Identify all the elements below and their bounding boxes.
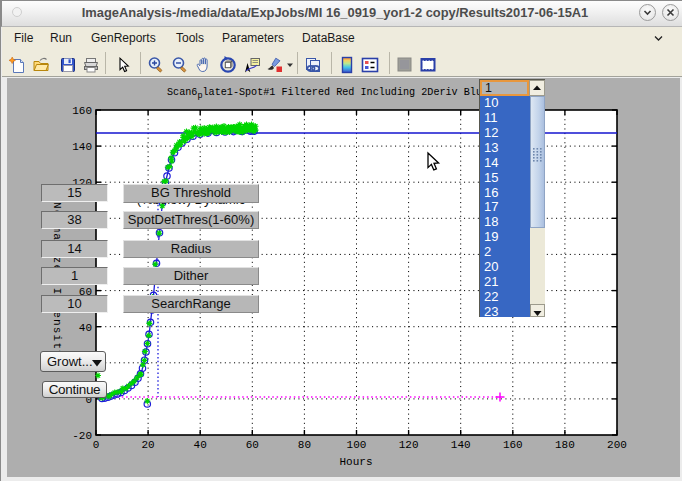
svg-text:180: 180 xyxy=(555,439,575,451)
svg-text:160: 160 xyxy=(72,105,92,117)
svg-text:160: 160 xyxy=(503,439,523,451)
svg-text:200: 200 xyxy=(607,439,627,451)
svg-text:120: 120 xyxy=(399,439,419,451)
svg-text:140: 140 xyxy=(451,439,471,451)
svg-text:40: 40 xyxy=(194,439,207,451)
svg-text:-20: -20 xyxy=(72,430,92,442)
svg-text:40: 40 xyxy=(79,322,92,334)
svg-text:0: 0 xyxy=(93,439,100,451)
svg-text:20: 20 xyxy=(141,439,154,451)
svg-text:140: 140 xyxy=(72,141,92,153)
svg-text:Hours: Hours xyxy=(339,456,372,468)
svg-text:100: 100 xyxy=(347,439,367,451)
svg-text:60: 60 xyxy=(246,439,259,451)
svg-text:80: 80 xyxy=(298,439,311,451)
svg-text:Scan6plate1-Spot#1 Filtered Re: Scan6plate1-Spot#1 Filtered Red Includin… xyxy=(167,87,512,101)
